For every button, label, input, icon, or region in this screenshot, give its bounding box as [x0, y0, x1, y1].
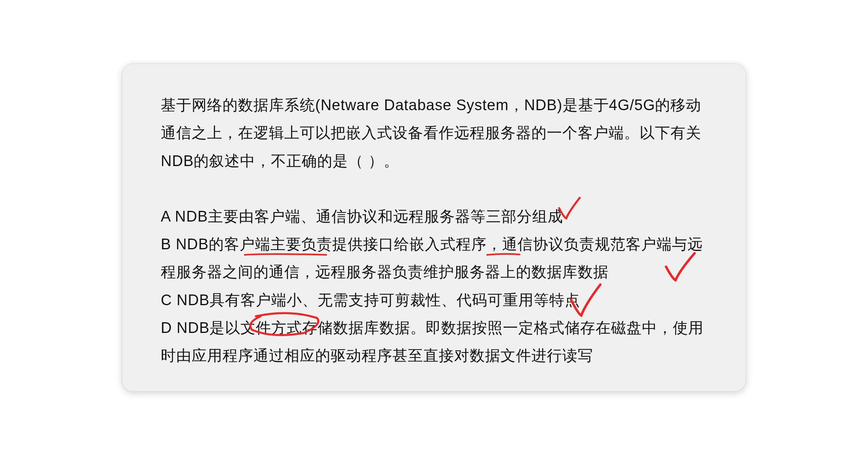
question-card: 基于网络的数据库系统(Netware Database System，NDB)是… [122, 63, 746, 392]
option-c: C NDB具有客户端小、无需支持可剪裁性、代码可重用等特点 [161, 286, 707, 314]
underline-path [487, 254, 520, 255]
question-stem: 基于网络的数据库系统(Netware Database System，NDB)是… [161, 91, 707, 175]
checkmark-icon [664, 251, 699, 285]
option-d: D NDB是以文件方式存储数据库数据。即数据按照一定格式储存在磁盘中，使用时由应… [161, 314, 707, 370]
option-b-text: B NDB的客户端主要负责提供接口给嵌入式程序，通信协议负责规范客户端与远程服务… [161, 236, 703, 280]
options-block: A NDB主要由客户端、通信协议和远程服务器等三部分组成 B NDB的客户端主要… [161, 203, 707, 370]
option-a-text: A NDB主要由客户端、通信协议和远程服务器等三部分组成 [161, 208, 563, 225]
option-b: B NDB的客户端主要负责提供接口给嵌入式程序，通信协议负责规范客户端与远程服务… [161, 230, 707, 286]
underline-icon [486, 252, 520, 257]
option-c-text: C NDB具有客户端小、无需支持可剪裁性、代码可重用等特点 [161, 292, 580, 308]
underline-path [245, 254, 326, 255]
underline-icon [244, 252, 327, 257]
check-path [666, 253, 695, 280]
option-d-text: D NDB是以文件方式存储数据库数据。即数据按照一定格式储存在磁盘中，使用时由应… [161, 319, 704, 364]
option-a: A NDB主要由客户端、通信协议和远程服务器等三部分组成 [161, 203, 707, 230]
